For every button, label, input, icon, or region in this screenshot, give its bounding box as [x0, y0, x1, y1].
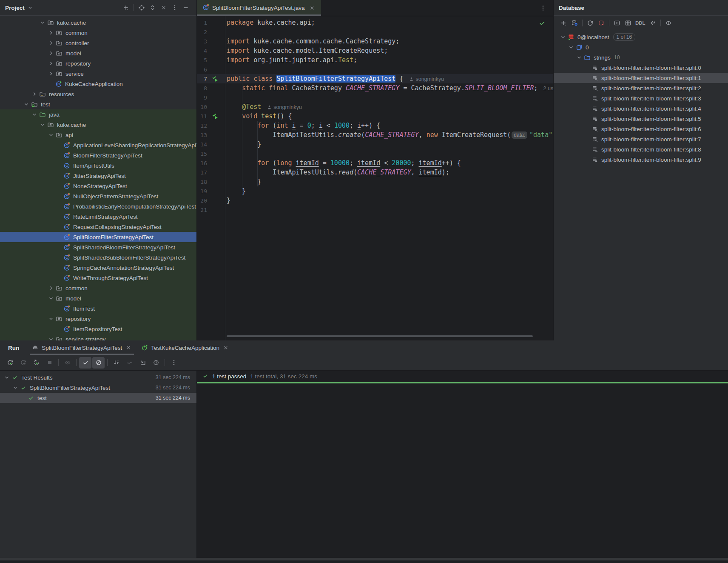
project-item-model[interactable]: model [0, 293, 196, 303]
refresh-button[interactable] [585, 18, 596, 28]
project-item-kukecacheapplication[interactable]: CKukeCacheApplication [0, 79, 196, 89]
code-editor[interactable]: 1package kuke.cache.api;23import kuke.ca… [197, 16, 553, 340]
db-item-split-bloom-filter-item-bloom-filter-split-3[interactable]: split-bloom-filter:item-bloom-filter:spl… [554, 93, 728, 103]
ddl-button[interactable]: DDL [634, 18, 647, 28]
preview-button[interactable] [61, 357, 74, 369]
db-item-split-bloom-filter-item-bloom-filter-split-1[interactable]: split-bloom-filter:item-bloom-filter:spl… [554, 73, 728, 83]
chevron-down-icon[interactable] [576, 54, 583, 61]
code-line-21[interactable]: 21 [197, 205, 553, 214]
gutter[interactable]: 5 [197, 57, 227, 63]
code-line-5[interactable]: 5import org.junit.jupiter.api.Test; [197, 55, 553, 65]
code-line-12[interactable]: 12 for (int i = 0; i < 1000; i++) { [197, 121, 553, 130]
gutter[interactable]: 1 [197, 19, 227, 26]
db-item-0[interactable]: 0 [554, 42, 728, 52]
code-line-2[interactable]: 2 [197, 27, 553, 37]
gutter[interactable]: 13 [197, 131, 227, 138]
chevron-down-icon[interactable] [48, 315, 54, 322]
usages-inlay[interactable]: 2 usages [543, 86, 553, 91]
code-line-16[interactable]: 16 for (long itemId = 10000; itemId < 20… [197, 158, 553, 168]
db-item-split-bloom-filter-item-bloom-filter-split-9[interactable]: split-bloom-filter:item-bloom-filter:spl… [554, 154, 728, 165]
gutter[interactable]: 10 [197, 103, 227, 110]
code-line-15[interactable]: 15 [197, 149, 553, 158]
gutter[interactable]: 3 [197, 38, 227, 45]
show-passed-button[interactable] [79, 357, 91, 369]
horizontal-scrollbar[interactable] [227, 335, 533, 337]
locate-button[interactable] [136, 3, 147, 13]
project-item-kuke-cache[interactable]: kuke.cache [0, 17, 196, 28]
chevron-right-icon[interactable] [48, 285, 54, 292]
close-icon[interactable] [309, 5, 316, 11]
code-line-3[interactable]: 3import kuke.cache.common.cache.CacheStr… [197, 37, 553, 46]
chevron-down-icon[interactable] [48, 295, 54, 302]
run-tab-splitbloomfilterstrategyapitest[interactable]: SplitBloomFilterStrategyApiTest [27, 340, 136, 355]
add-button[interactable] [558, 18, 569, 28]
chevron-down-icon[interactable] [560, 34, 566, 40]
chevron-down-icon[interactable] [48, 131, 54, 138]
project-item-applicationlevelshardingreplicationstrategyapite[interactable]: CApplicationLevelShardingReplicationStra… [0, 140, 196, 150]
project-item-api[interactable]: api [0, 130, 196, 140]
author-inlay[interactable]: songminkyu [267, 104, 302, 110]
project-item-splitshardedbloomfilterstrategyapitest[interactable]: CSplitShardedBloomFilterStrategyApiTest [0, 242, 196, 252]
chevron-down-icon[interactable] [27, 4, 34, 11]
code-line-8[interactable]: 8 static final CacheStrategy CACHE_STRAT… [197, 83, 553, 93]
chevron-down-icon[interactable] [48, 336, 54, 340]
editor-tab-active[interactable]: C SplitBloomFilterStrategyApiTest.java [197, 0, 321, 16]
code-line-20[interactable]: 20} [197, 196, 553, 205]
db-item-split-bloom-filter-item-bloom-filter-split-2[interactable]: split-bloom-filter:item-bloom-filter:spl… [554, 83, 728, 93]
project-item-itemtest[interactable]: CItemTest [0, 303, 196, 314]
code-line-7[interactable]: 7public class SplitBloomFilterStrategyAp… [197, 74, 553, 83]
db-item-0-localhost[interactable]: 0@localhost1 of 16 [554, 32, 728, 42]
code-line-4[interactable]: 4import kuke.cache.model.ItemCreateReque… [197, 46, 553, 55]
more-button[interactable] [169, 3, 180, 13]
chevron-right-icon[interactable] [48, 60, 54, 67]
gutter[interactable]: 8 [197, 85, 227, 91]
project-item-controller[interactable]: controller [0, 38, 196, 48]
project-item-service[interactable]: service [0, 69, 196, 79]
db-item-split-bloom-filter-item-bloom-filter-split-0[interactable]: split-bloom-filter:item-bloom-filter:spl… [554, 63, 728, 73]
show-ignored-button[interactable] [92, 357, 105, 369]
gutter[interactable]: 21 [197, 206, 227, 213]
gutter[interactable]: 11 [197, 113, 227, 120]
project-panel-title[interactable]: Project [5, 5, 25, 11]
table-button[interactable] [623, 18, 634, 28]
more-icon[interactable] [533, 0, 553, 16]
code-line-6[interactable]: 6 [197, 65, 553, 74]
code-line-13[interactable]: 13 ItemApiTestUtils.create(CACHE_STRATEG… [197, 130, 553, 140]
chevron-down-icon[interactable] [3, 374, 10, 381]
db-item-split-bloom-filter-item-bloom-filter-split-7[interactable]: split-bloom-filter:item-bloom-filter:spl… [554, 134, 728, 144]
project-item-java[interactable]: java [0, 109, 196, 120]
project-item-requestcollapsingstrategyapitest[interactable]: CRequestCollapsingStrategyApiTest [0, 222, 196, 232]
project-item-common[interactable]: common [0, 283, 196, 293]
project-item-repository[interactable]: repository [0, 58, 196, 69]
close-icon[interactable] [309, 5, 316, 11]
code-line-1[interactable]: 1package kuke.cache.api; [197, 18, 553, 27]
project-item-kuke-cache[interactable]: kuke.cache [0, 120, 196, 130]
project-item-itemrepositorytest[interactable]: CItemRepositoryTest [0, 324, 196, 334]
rerun-failed-button[interactable] [17, 357, 29, 369]
gutter[interactable]: 9 [197, 94, 227, 101]
cancel-button[interactable] [596, 18, 607, 28]
db-item-split-bloom-filter-item-bloom-filter-split-6[interactable]: split-bloom-filter:item-bloom-filter:spl… [554, 124, 728, 134]
inspection-ok-icon[interactable] [539, 20, 546, 28]
stop-button[interactable] [43, 357, 56, 369]
code-line-19[interactable]: 19 } [197, 186, 553, 196]
run-tool-window-label[interactable]: Run [0, 340, 27, 355]
chevron-down-icon[interactable] [39, 19, 46, 26]
chevron-right-icon[interactable] [48, 40, 54, 46]
run-tab-testkukecacheapplication[interactable]: TestKukeCacheApplication [136, 340, 234, 355]
project-item-springcacheannotationstrategyapitest[interactable]: CSpringCacheAnnotationStrategyApiTest [0, 263, 196, 273]
project-item-bloomfilterstrategyapitest[interactable]: CBloomFilterStrategyApiTest [0, 150, 196, 160]
code-line-11[interactable]: 11 void test() { [197, 111, 553, 121]
gutter[interactable]: 16 [197, 160, 227, 166]
autotest-button[interactable] [30, 357, 43, 369]
gutter[interactable]: 4 [197, 47, 227, 54]
add-button[interactable] [120, 3, 131, 13]
code-line-14[interactable]: 14 } [197, 140, 553, 149]
code-line-9[interactable]: 9 [197, 93, 553, 102]
chevron-down-icon[interactable] [568, 44, 574, 51]
gutter[interactable]: 2 [197, 29, 227, 35]
chevron-down-icon[interactable] [39, 121, 46, 128]
filter-button[interactable] [123, 357, 136, 369]
gutter[interactable]: 7 [197, 75, 227, 82]
gutter[interactable]: 15 [197, 150, 227, 157]
